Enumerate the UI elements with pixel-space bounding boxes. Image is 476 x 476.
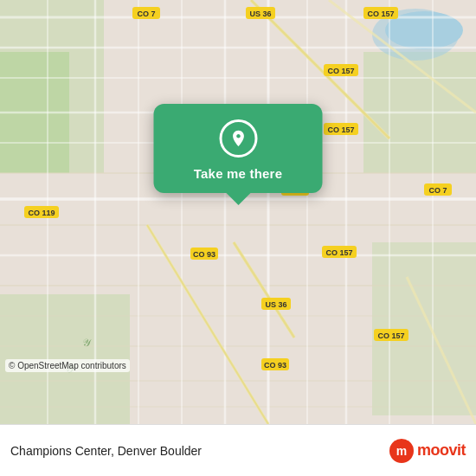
svg-text:CO 157: CO 157 (327, 67, 354, 75)
moovit-m-icon: m (389, 439, 414, 463)
svg-text:CO 93: CO 93 (193, 250, 215, 259)
svg-text:CO 7: CO 7 (428, 186, 447, 195)
svg-text:US 36: US 36 (265, 300, 286, 309)
location-name: Champions Center, Denver Boulder (10, 444, 202, 458)
moovit-logo: m moovit (389, 439, 466, 463)
svg-text:US 36: US 36 (249, 10, 271, 18)
svg-text:CO 157: CO 157 (325, 248, 352, 257)
map-area[interactable]: CO 7 US 36 CO 157 CO 157 CO 157 CO 7 CO … (0, 0, 476, 424)
svg-text:CO 119: CO 119 (28, 209, 55, 217)
svg-text:CO 157: CO 157 (377, 331, 404, 340)
bottom-bar: Champions Center, Denver Boulder m moovi… (0, 424, 476, 476)
take-me-there-button[interactable]: Take me there (194, 166, 282, 181)
svg-text:CO 157: CO 157 (367, 10, 394, 18)
moovit-brand-text: moovit (417, 441, 466, 460)
popup-card[interactable]: Take me there (154, 104, 323, 193)
svg-text:CO 93: CO 93 (264, 361, 286, 370)
location-pin-icon (219, 119, 257, 158)
svg-text:CO 7: CO 7 (137, 10, 155, 18)
svg-text:CO 157: CO 157 (327, 125, 354, 134)
osm-attribution: © OpenStreetMap contributors (5, 359, 130, 372)
